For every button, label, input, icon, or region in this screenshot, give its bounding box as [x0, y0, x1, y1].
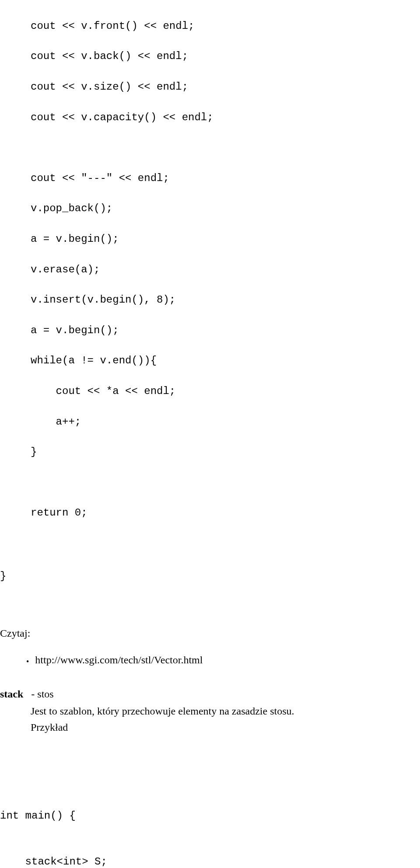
code-line: int main() {: [0, 809, 381, 824]
code-line: }: [0, 569, 381, 584]
stack-line: Przykład: [31, 719, 381, 736]
stack-title-rest: - stos: [23, 688, 53, 700]
code-line: v.pop_back();: [31, 201, 381, 216]
code-line: cout << v.capacity() << endl;: [31, 110, 381, 125]
code-line: cout << v.back() << endl;: [31, 49, 381, 64]
code-block-vector-methods: cout << v.front() << endl; cout << v.bac…: [31, 3, 381, 536]
code-line: stack<int> S;: [0, 854, 381, 868]
stack-title-bold: stack: [0, 688, 23, 700]
code-line: a = v.begin();: [31, 232, 381, 247]
code-line: while(a != v.end()){: [31, 353, 381, 369]
code-line: cout << v.size() << endl;: [31, 80, 381, 95]
code-blank: [31, 475, 381, 491]
stack-title: stack - stos: [0, 686, 381, 702]
bullet-list: • http://www.sgi.com/tech/stl/Vector.htm…: [26, 652, 381, 668]
code-blank: [31, 140, 381, 156]
code-group: int main() { stack<int> S; S.push(8); S.…: [0, 778, 381, 868]
code-line: }: [31, 445, 381, 460]
code-line: return 0;: [31, 505, 381, 521]
bullet-item: • http://www.sgi.com/tech/stl/Vector.htm…: [26, 652, 381, 668]
bullet-text: http://www.sgi.com/tech/stl/Vector.html: [35, 652, 203, 668]
code-line: v.insert(v.begin(), 8);: [31, 293, 381, 308]
code-line: v.erase(a);: [31, 262, 381, 278]
code-line: cout << v.front() << endl;: [31, 19, 381, 34]
code-line: a = v.begin();: [31, 323, 381, 338]
stack-line: Jest to szablon, który przechowuje eleme…: [31, 703, 381, 719]
code-block-stack-example: int main() { stack<int> S; S.push(8); S.…: [0, 748, 381, 868]
stack-description: Jest to szablon, który przechowuje eleme…: [31, 703, 381, 736]
code-line: a++;: [31, 415, 381, 430]
bullet-icon: •: [26, 658, 29, 666]
stack-section: stack - stos Jest to szablon, który prze…: [0, 686, 381, 736]
code-line: cout << "---" << endl;: [31, 171, 381, 186]
code-line: cout << *a << endl;: [31, 384, 381, 399]
code-closing-brace: }: [0, 554, 381, 599]
heading-czytaj: Czytaj:: [0, 625, 381, 641]
